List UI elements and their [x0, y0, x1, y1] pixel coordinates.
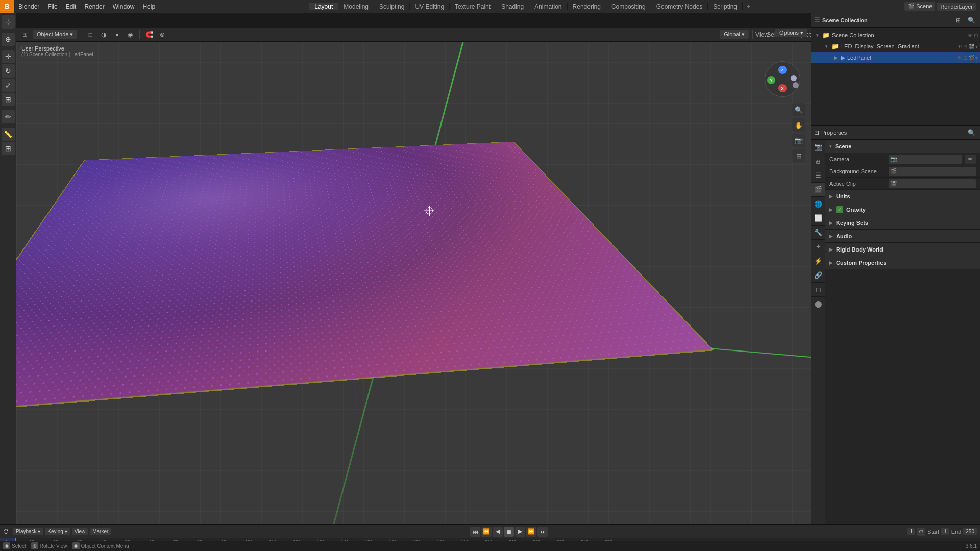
tab-scripting[interactable]: Scripting [708, 3, 743, 10]
rotate-tool[interactable]: ↻ [2, 64, 15, 78]
playback-menu[interactable]: Playback ▾ [13, 528, 43, 535]
prop-tab-object[interactable]: ⬜ [811, 211, 825, 226]
camera-icon[interactable]: 📷 [792, 134, 805, 147]
render-icon-1[interactable]: 🎬 [968, 44, 974, 49]
keying-menu[interactable]: Keying ▾ [45, 528, 69, 535]
keying-sets-section-header[interactable]: ▶ Keying Sets [825, 216, 980, 230]
select-icon-1[interactable]: ▾ [975, 44, 978, 49]
prop-tab-render[interactable]: 📷 [811, 140, 825, 154]
current-frame-field[interactable]: 1 [907, 528, 915, 535]
view-menu[interactable]: View [756, 29, 768, 40]
prop-tab-material[interactable]: ⬤ [811, 297, 825, 311]
eye-icon-1[interactable]: 👁 [957, 44, 962, 49]
filter-icon-0[interactable]: ⊡ [974, 33, 978, 38]
outliner-item-led-display[interactable]: ▾ 📁 LED_Display_Screen_Gradient 👁 ⊡ 🎬 ▾ [811, 41, 980, 52]
tab-modeling[interactable]: Modeling [338, 3, 374, 10]
annotate-tool[interactable]: ✏ [2, 110, 15, 123]
viewport[interactable]: ⊞ Object Mode ▾ □ ◑ ● ◉ 🧲 ⊚ Global ▾ Vie… [16, 28, 811, 524]
eye-icon-0[interactable]: 👁 [968, 33, 973, 38]
tab-animation[interactable]: Animation [529, 3, 567, 10]
menu-edit[interactable]: Edit [62, 0, 81, 13]
fps-icon[interactable]: ⏱ [917, 528, 925, 536]
viewport-editor-type-icon[interactable]: ⊞ [19, 29, 31, 40]
gizmo-dot-2[interactable] [793, 82, 799, 88]
global-transform[interactable]: Global ▾ [720, 30, 749, 39]
object-mode-dropdown[interactable]: Object Mode ▾ [33, 30, 77, 39]
blender-logo[interactable]: B [0, 0, 14, 13]
frame-start-field[interactable]: 1 [941, 528, 949, 535]
viewport-shading-material[interactable]: ● [111, 29, 122, 40]
outliner-toggle-0[interactable]: ▾ [813, 31, 821, 39]
select-icon-2[interactable]: ▾ [975, 55, 978, 61]
tab-shading[interactable]: Shading [496, 3, 529, 10]
prop-tab-output[interactable]: 🖨 [811, 154, 825, 168]
view-menu[interactable]: View [72, 528, 88, 535]
tab-geometry-nodes[interactable]: Geometry Nodes [651, 3, 708, 10]
gizmo-circle[interactable]: Z X Y [765, 61, 800, 97]
gizmo-axis-z-pos[interactable]: Z [778, 66, 787, 74]
frame-end-field[interactable]: 250 [963, 528, 977, 535]
active-clip-value[interactable]: 🎬 [889, 179, 976, 188]
tab-uv-editing[interactable]: UV Editing [410, 3, 450, 10]
outliner-toggle-2[interactable]: ▶ [831, 54, 840, 62]
options-button[interactable]: Options ▾ [775, 29, 807, 37]
gizmo-axis-y-neg[interactable]: Y [767, 76, 775, 84]
snap-toggle[interactable]: 🧲 [143, 29, 155, 40]
stop-btn[interactable]: ⏹ [504, 527, 514, 537]
units-section-header[interactable]: ▶ Units [825, 190, 980, 203]
transform-tool[interactable]: ⊞ [2, 93, 15, 106]
prop-tab-physics[interactable]: ⚡ [811, 254, 825, 268]
jump-to-end-btn[interactable]: ⏭ [537, 527, 548, 537]
play-btn[interactable]: ▶ [515, 527, 525, 537]
outliner-filter-icon[interactable]: ⊞ [952, 15, 964, 26]
custom-props-section-header[interactable]: ▶ Custom Properties [825, 256, 980, 269]
marker-menu[interactable]: Marker [90, 528, 111, 535]
next-keyframe-btn[interactable]: ⏩ [526, 527, 536, 537]
prop-tab-view-layer[interactable]: ☰ [811, 168, 825, 183]
menu-blender[interactable]: Blender [14, 0, 43, 13]
menu-file[interactable]: File [43, 0, 61, 13]
viewport-shading-render[interactable]: ◉ [125, 29, 136, 40]
prop-tab-constraints[interactable]: 🔗 [811, 268, 825, 283]
menu-render[interactable]: Render [80, 0, 108, 13]
prev-keyframe-btn[interactable]: ⏪ [481, 527, 492, 537]
prop-tab-data[interactable]: ◻ [811, 283, 825, 297]
viewport-shading-wireframe[interactable]: □ [85, 29, 96, 40]
scene-section-header[interactable]: ▾ Scene [825, 140, 980, 153]
outliner-search-icon[interactable]: 🔍 [966, 15, 977, 26]
outliner-toggle-1[interactable]: ▾ [822, 42, 830, 51]
properties-search-icon[interactable]: 🔍 [966, 127, 977, 138]
tab-compositing[interactable]: Compositing [606, 3, 651, 10]
scene-selector[interactable]: 🎬 Scene [904, 2, 935, 11]
tab-sculpting[interactable]: Sculpting [374, 3, 410, 10]
play-reverse-btn[interactable]: ◀ [493, 527, 503, 537]
tab-layout[interactable]: Layout [309, 3, 338, 10]
eye-icon-2[interactable]: 👁 [957, 55, 962, 61]
gizmo-axis-x-neg[interactable]: X [778, 84, 787, 92]
prop-tab-modifier[interactable]: 🔧 [811, 226, 825, 240]
camera-edit-icon[interactable]: ✏ [965, 155, 976, 164]
filter-icon-1[interactable]: ⊡ [963, 44, 967, 49]
prop-tab-world[interactable]: 🌐 [811, 197, 825, 211]
prop-tab-scene[interactable]: 🎬 [811, 183, 825, 197]
tab-add-button[interactable]: + [743, 3, 754, 10]
audio-section-header[interactable]: ▶ Audio [825, 230, 980, 243]
tab-rendering[interactable]: Rendering [568, 3, 606, 10]
measure-tool[interactable]: 📏 [2, 128, 15, 141]
gravity-checkbox[interactable]: ✓ [836, 206, 843, 213]
scale-tool[interactable]: ⤢ [2, 79, 15, 92]
pan-icon[interactable]: ✋ [792, 118, 805, 132]
render-layer-selector[interactable]: RenderLayer [937, 3, 976, 11]
menu-window[interactable]: Window [109, 0, 139, 13]
render-icon-2[interactable]: 🎬 [968, 55, 974, 61]
outliner-item-ledpanel[interactable]: ▶ ▶ LedPanel 👁 ⊡ 🎬 ▾ [811, 52, 980, 63]
camera-value[interactable]: 📷 [889, 155, 962, 164]
viewport-shading-solid[interactable]: ◑ [98, 29, 109, 40]
cursor-tool[interactable]: ⊕ [2, 33, 15, 46]
zoom-in-icon[interactable]: 🔍 [792, 103, 805, 116]
rigid-body-section-header[interactable]: ▶ Rigid Body World [825, 243, 980, 256]
select-tool[interactable]: ⊹ [2, 15, 15, 29]
tab-texture-paint[interactable]: Texture Paint [450, 3, 496, 10]
menu-help[interactable]: Help [138, 0, 159, 13]
outliner-item-scene-collection[interactable]: ▾ 📁 Scene Collection 👁 ⊡ [811, 30, 980, 41]
